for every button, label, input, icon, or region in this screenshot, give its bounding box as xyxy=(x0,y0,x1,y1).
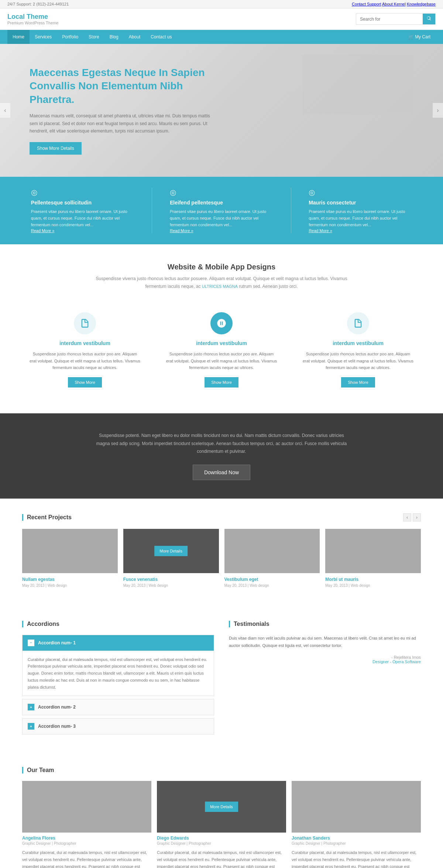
accordions-title: Accordions xyxy=(22,621,214,627)
feature-icon-0: ◎ xyxy=(31,188,134,197)
search-bar xyxy=(356,13,436,25)
service-title-0: interdum vestibulum xyxy=(30,340,140,346)
download-section: Suspendisse potenti. Nam eget libero eu … xyxy=(0,413,443,499)
team-header: Our Team xyxy=(22,767,421,774)
nav-contact[interactable]: Contact us xyxy=(145,30,177,44)
project-card-1: More Details Fusce venenatis May 20, 201… xyxy=(123,529,219,591)
team-role-0: Graphic Designer | Photographer xyxy=(22,841,151,845)
accordion-header-0[interactable]: − Accordion num- 1 xyxy=(23,635,214,651)
about-link[interactable]: About Kernel xyxy=(382,2,406,6)
nav-home[interactable]: Home xyxy=(7,30,30,44)
services-link[interactable]: ULTRICES MAGNA xyxy=(202,284,238,289)
author-role: Designer - Opera Software xyxy=(372,659,421,664)
team-overlay-btn-1[interactable]: More Details xyxy=(205,802,238,812)
service-icon-0 xyxy=(74,312,96,334)
testimonials-title: Testimonials xyxy=(229,621,421,627)
download-button[interactable]: Download Now xyxy=(193,465,250,480)
two-col-section: Accordions − Accordion num- 1 Curabitur … xyxy=(0,606,443,752)
hero-content: Maecenas Egestas Neque In Sapien Convall… xyxy=(30,66,214,155)
nav-blog[interactable]: Blog xyxy=(104,30,124,44)
hero-cta-button[interactable]: Show More Details xyxy=(30,142,82,155)
feature-link-1[interactable]: Read More » xyxy=(170,228,193,233)
accordions-header: Accordions xyxy=(22,621,214,627)
hero-image xyxy=(303,55,413,114)
feature-body-0: Praesent vitae purus eu libero laoreet o… xyxy=(31,209,134,228)
projects-title: Recent Projects xyxy=(22,514,72,521)
phone-number: 24/7 Support: 2 (812)-224-449121 xyxy=(7,2,69,6)
accordion-header-2[interactable]: + Accordion num- 3 xyxy=(23,719,214,734)
hero-next-arrow[interactable]: › xyxy=(433,103,443,118)
feature-item-2: ◎ Mauris consectetur Praesent vitae puru… xyxy=(309,188,412,233)
nav-store[interactable]: Store xyxy=(83,30,104,44)
project-info-2: Vestibulum eget May 20, 2013 | Web desig… xyxy=(224,573,320,591)
hero-title: Maecenas Egestas Neque In Sapien Convall… xyxy=(30,66,214,106)
team-card-2: Jonathan Sanders Graphic Designer | Phot… xyxy=(292,781,421,868)
logo-area: Local Theme Premium WordPress Theme xyxy=(7,13,58,25)
team-info-2: Jonathan Sanders Graphic Designer | Phot… xyxy=(292,836,421,868)
project-date-0: May 20, 2013 | Web design xyxy=(22,583,118,588)
team-title: Our Team xyxy=(22,767,54,774)
logo-title: Local Theme xyxy=(7,13,58,21)
nav-cart[interactable]: 🛒 My Cart xyxy=(403,30,436,44)
accordion-title-1: Accordion num- 2 xyxy=(38,705,76,710)
feature-link-2[interactable]: Read More » xyxy=(309,228,332,233)
project-date-3: May 20, 2013 | Web design xyxy=(325,583,421,588)
project-card-2: Vestibulum eget May 20, 2013 | Web desig… xyxy=(224,529,320,591)
service-btn-2[interactable]: Show More xyxy=(341,377,375,388)
author-name: - Rejelitera Imos xyxy=(391,655,421,659)
service-title-2: interdum vestibulum xyxy=(303,340,413,346)
service-card-2: interdum vestibulum Suspendisse justo rh… xyxy=(295,305,421,395)
team-role-2: Graphic Designer | Photographer xyxy=(292,841,421,845)
hero-prev-arrow[interactable]: ‹ xyxy=(0,103,10,118)
services-subtitle: Suspendisse viverra justo rhoncus lectus… xyxy=(92,275,351,290)
knowledge-link[interactable]: Knowledgebase xyxy=(407,2,436,6)
projects-prev[interactable]: ‹ xyxy=(403,513,411,521)
top-bar: 24/7 Support: 2 (812)-224-449121 Contact… xyxy=(0,0,443,8)
project-overlay-btn-1[interactable]: More Details xyxy=(154,546,188,556)
project-img-1: More Details xyxy=(123,529,219,573)
nav-portfolio[interactable]: Portfolio xyxy=(57,30,83,44)
team-name-0: Angelina Flores xyxy=(22,836,151,841)
feature-icon-2: ◎ xyxy=(309,188,412,197)
feature-item-1: ◎ Eleifend pellentesque Praesent vitae p… xyxy=(170,188,273,233)
feature-title-0: Pellentesque sollicitudin xyxy=(31,200,134,206)
feature-icon-1: ◎ xyxy=(170,188,273,197)
accordion-title-2: Accordion num- 3 xyxy=(38,724,76,729)
project-title-0: Nullam egestas xyxy=(22,577,118,582)
project-img-2 xyxy=(224,529,320,573)
project-info-0: Nullam egestas May 20, 2013 | Web design xyxy=(22,573,118,591)
team-grid: Angelina Flores Graphic Designer | Photo… xyxy=(22,781,421,868)
projects-grid: Nullam egestas May 20, 2013 | Web design… xyxy=(22,529,421,591)
services-section: Website & Mobile App Designs Suspendisse… xyxy=(0,244,443,413)
accordion-item-1: + Accordion num- 2 xyxy=(22,699,214,715)
accordion-item-2: + Accordion num- 3 xyxy=(22,718,214,734)
accordion-item-0: − Accordion num- 1 Curabitur placerat, d… xyxy=(22,635,214,696)
projects-nav: ‹ › xyxy=(403,513,421,521)
project-img-3 xyxy=(325,529,421,573)
service-icon-2 xyxy=(347,312,369,334)
services-title: Website & Mobile App Designs xyxy=(22,263,421,271)
feature-link-0[interactable]: Read More » xyxy=(31,228,55,233)
service-body-0: Suspendisse justo rhoncus lectus auctor … xyxy=(30,351,140,371)
service-btn-1[interactable]: Show More xyxy=(205,377,238,388)
project-img-0 xyxy=(22,529,118,573)
contact-support-link[interactable]: Contact Support xyxy=(352,2,381,6)
search-button[interactable] xyxy=(423,14,435,24)
testimonial-author: - Rejelitera Imos Designer - Opera Softw… xyxy=(229,655,421,664)
team-role-1: Graphic Designer | Photographer xyxy=(157,841,286,845)
nav-services[interactable]: Services xyxy=(30,30,57,44)
projects-section: Recent Projects ‹ › Nullam egestas May 2… xyxy=(0,499,443,606)
project-card-0: Nullam egestas May 20, 2013 | Web design xyxy=(22,529,118,591)
services-grid: interdum vestibulum Suspendisse justo rh… xyxy=(22,305,421,395)
service-btn-0[interactable]: Show More xyxy=(68,377,102,388)
nav-about[interactable]: About xyxy=(124,30,145,44)
team-info-1: Diego Edwards Graphic Designer | Photogr… xyxy=(157,836,286,868)
features-bar: ◎ Pellentesque sollicitudin Praesent vit… xyxy=(0,177,443,244)
projects-next[interactable]: › xyxy=(413,513,421,521)
search-input[interactable] xyxy=(356,14,423,24)
project-title-1: Fusce venenatis xyxy=(123,577,219,582)
accordion-header-1[interactable]: + Accordion num- 2 xyxy=(23,699,214,715)
service-body-2: Suspendisse justo rhoncus lectus auctor … xyxy=(303,351,413,371)
project-date-1: May 20, 2013 | Web design xyxy=(123,583,219,588)
hero-body: Maecenas mauris velit, consequat sit ame… xyxy=(30,112,214,135)
